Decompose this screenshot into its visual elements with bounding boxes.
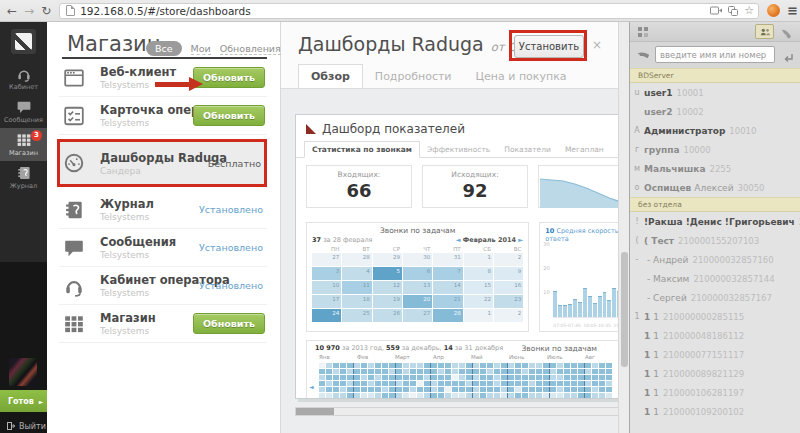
sidebar-item-label: Магазин (9, 149, 38, 157)
store-app-row[interactable]: Веб-клиентTelsystemsОбновить (59, 59, 267, 97)
store-app-row[interactable]: Карточка оператораTelsystemsОбновить (59, 97, 267, 135)
sidebar-item-store[interactable]: 3Магазин (0, 128, 47, 161)
detail-header: Дашборды Radugaот Сандера Установить × О… (281, 22, 629, 88)
sidebar-item-journal[interactable]: Журнал (0, 161, 47, 194)
contact-row[interactable]: - Максим210000032857144 (630, 269, 800, 288)
horizontal-scrollbar[interactable] (295, 407, 619, 416)
calendar-day-cell: 6 (403, 267, 432, 280)
update-button[interactable]: Обновить (193, 313, 265, 334)
contact-row[interactable]: user210002 (630, 102, 800, 121)
store-filter[interactable]: Все (146, 41, 182, 56)
notification-badge: 3 (31, 130, 42, 141)
contact-search-input[interactable] (655, 46, 775, 63)
app-detail-panel: Дашборды Radugaот Сандера Установить × О… (281, 22, 629, 433)
store-app-row[interactable]: Дашборды RadugaСандераБесплатно (59, 141, 267, 185)
chevron-right-icon: ► (39, 398, 44, 405)
app-status-label: Установлено (199, 242, 263, 253)
page-icon (66, 5, 75, 16)
store-app-row[interactable]: ЖурналTelsystemsУстановлено (59, 191, 267, 229)
preview-title: Дашборд показателей (322, 122, 465, 136)
app-vendor: Telsystems (100, 212, 199, 222)
calendar-day-cell: 3 (312, 267, 341, 280)
contact-row[interactable]: ггруппа10000 (630, 140, 800, 159)
enter-icon[interactable] (782, 49, 795, 61)
calendar-day-cell: 27 (312, 253, 341, 266)
sidebar-items: КабинетСообщения3МагазинЖурнал (0, 62, 47, 194)
store-app-row[interactable]: МагазинTelsystemsОбновить (59, 305, 267, 343)
scrollbar-thumb[interactable] (621, 252, 628, 367)
contact-row[interactable]: -- Андрей210000032857160 (630, 250, 800, 269)
browser-toolbar: ← → ↻ 192.168.0.5/#/store/dashboards ☆ ≡ (0, 0, 800, 22)
logout-label: Выйти (19, 422, 46, 431)
app-logo (11, 29, 36, 54)
contact-row[interactable]: 11210000089821129 (630, 364, 800, 383)
update-button[interactable]: Обновить (193, 67, 265, 88)
calendar-day-cell: 24 (312, 309, 341, 322)
contact-row[interactable]: ААдминистратор10010 (630, 121, 800, 140)
store-filter[interactable]: Мои (191, 43, 211, 55)
store-filter[interactable]: Обновления (220, 43, 281, 55)
calendar-heatmap-card: Звонки по задачам 37 за 28 февраля ◄ Фев… (306, 222, 529, 332)
user-avatar[interactable] (9, 358, 37, 386)
web-icon (62, 65, 92, 91)
preview-tab: Эффективность (420, 142, 497, 157)
calendar-day-cell: 4 (342, 267, 371, 280)
detail-tab[interactable]: Обзор (298, 64, 363, 88)
sidebar-item-label: Сообщения (4, 116, 43, 124)
install-button[interactable]: Установить (514, 35, 584, 58)
contact-row[interactable]: 11210000109200102 (630, 402, 800, 421)
calendar-day-cell: 7 (433, 267, 462, 280)
store-app-row[interactable]: Кабинет оператораTelsystemsУстановлено (59, 267, 267, 305)
contact-row[interactable]: - Сергей210000032857167 (630, 288, 800, 307)
calendar-day-cell: 8 (464, 267, 493, 280)
logout-button[interactable]: Выйти (0, 417, 47, 433)
preview-tab: Показатели (497, 142, 558, 157)
browser-menu-icon[interactable]: ≡ (787, 3, 798, 18)
contact-row[interactable]: (( Тест210000155207103 (630, 231, 800, 250)
preview-tabs: Статистика по звонкамЭффективностьПоказа… (296, 141, 619, 158)
update-button[interactable]: Обновить (193, 105, 265, 126)
contact-row[interactable]: 11210000106281197 (630, 383, 800, 402)
contact-row[interactable]: !!Ракша !Денис !Григорьевич2100000455 (630, 212, 800, 231)
next-month-icon: ► (518, 236, 523, 244)
extension-icon[interactable] (767, 4, 780, 17)
url-text[interactable]: 192.168.0.5/#/store/dashboards (80, 5, 704, 17)
preview-tab: Мегаплан (558, 142, 611, 157)
store-app-row[interactable]: СообщенияTelsystemsУстановлено (59, 229, 267, 267)
contact-row[interactable]: 11210000048186112 (630, 326, 800, 345)
detail-tab[interactable]: Цена и покупка (464, 65, 579, 88)
store-panel: Магазин ВсеМоиОбновления Веб-клиентTelsy… (47, 22, 281, 433)
vertical-scrollbar[interactable] (618, 22, 629, 433)
sidebar-item-messages[interactable]: Сообщения (0, 95, 47, 128)
contacts-toolbar (630, 22, 800, 42)
contact-row[interactable]: 111210000000285115 (630, 307, 800, 326)
camera-icon[interactable] (710, 6, 722, 15)
app-name: Сообщения (100, 235, 199, 249)
close-icon[interactable]: × (592, 38, 602, 52)
bookmark-star-icon[interactable]: ☆ (744, 4, 754, 17)
back-icon[interactable]: ← (7, 0, 17, 22)
translate-icon[interactable] (728, 6, 738, 16)
speed-chart-bars (553, 242, 619, 318)
contacts-panel: BDServeruuser110001user210002ААдминистра… (629, 22, 800, 433)
grid-icon (62, 311, 92, 337)
address-bar[interactable]: 192.168.0.5/#/store/dashboards ☆ (59, 3, 759, 19)
detail-tab[interactable]: Подробности (363, 65, 464, 88)
speed-chart-title: 10 Средняя скорость ответа (540, 223, 619, 243)
contact-row[interactable]: мМальчишка2255 (630, 159, 800, 178)
store-filters: ВсеМоиОбновления (146, 41, 281, 56)
sidebar-item-cabinet[interactable]: Кабинет (0, 62, 47, 95)
app-preview-screenshot: Дашборд показателей Статистика по звонка… (295, 114, 619, 399)
dialpad-tab-button[interactable] (780, 26, 794, 38)
contacts-tab-button[interactable] (755, 24, 774, 39)
preview-stats-row: Входящих:66Исходящих:92 (296, 158, 619, 208)
calendar-weekday-header: ПНВТСРЧТПТСБВС (312, 246, 523, 252)
scrollbar-thumb[interactable] (296, 408, 334, 415)
contact-row[interactable]: uuser110001 (630, 83, 800, 102)
calendar-day-cell: 25 (342, 309, 371, 322)
forward-icon[interactable]: → (24, 0, 34, 22)
contact-row[interactable]: оОспищевАлексей30050 (630, 178, 800, 197)
refresh-icon[interactable]: ↻ (41, 0, 51, 22)
status-ready-button[interactable]: Готов ► (0, 390, 47, 412)
contact-row[interactable]: 11210000077151117 (630, 345, 800, 364)
